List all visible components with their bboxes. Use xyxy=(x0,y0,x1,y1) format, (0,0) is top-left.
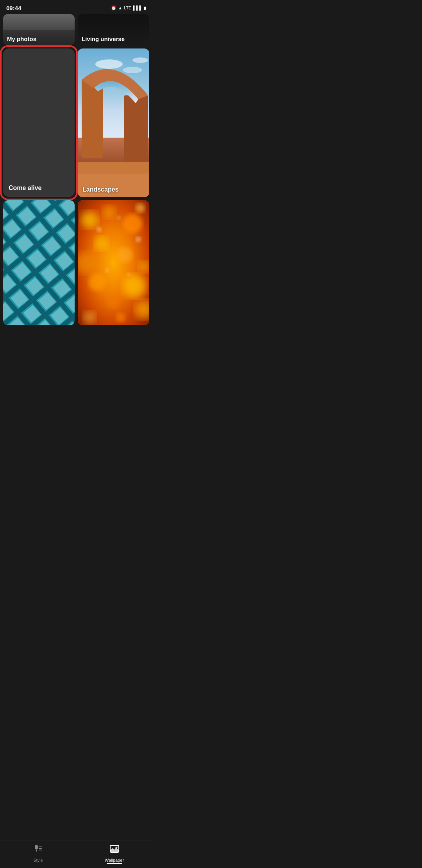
svg-point-20 xyxy=(132,57,148,63)
svg-point-38 xyxy=(136,237,141,242)
signal-icon: ▲ xyxy=(118,5,122,10)
come-alive-thumbnail xyxy=(3,48,75,197)
category-my-photos[interactable]: My photos xyxy=(3,14,75,45)
svg-point-35 xyxy=(116,313,125,322)
top-categories-row: My photos Living universe xyxy=(3,14,149,45)
svg-point-32 xyxy=(106,295,120,309)
bokeh-svg xyxy=(78,200,149,325)
svg-point-19 xyxy=(123,67,142,73)
svg-point-18 xyxy=(95,59,123,69)
svg-point-40 xyxy=(127,273,130,276)
svg-point-39 xyxy=(105,269,109,273)
svg-point-22 xyxy=(81,211,98,228)
svg-point-31 xyxy=(123,274,146,298)
battery-icon: ▮ xyxy=(144,5,146,11)
svg-point-34 xyxy=(83,311,96,324)
main-categories-grid: Come alive xyxy=(3,48,149,325)
category-living-universe[interactable]: Living universe xyxy=(78,14,149,45)
landscapes-thumbnail xyxy=(78,48,149,197)
status-icons: ⏰ ▲ LTE ▌▌▌ ▮ xyxy=(111,5,146,11)
svg-point-36 xyxy=(97,227,102,232)
svg-point-30 xyxy=(89,274,106,291)
status-time: 09:44 xyxy=(6,5,21,11)
signal-bars: ▌▌▌ xyxy=(133,5,142,10)
svg-point-23 xyxy=(103,206,115,218)
bottom-spacer xyxy=(3,328,149,360)
svg-point-26 xyxy=(136,203,145,213)
landscapes-label: Landscapes xyxy=(82,186,118,193)
svg-rect-15 xyxy=(124,95,148,166)
svg-point-24 xyxy=(123,214,142,233)
come-alive-label: Come alive xyxy=(9,185,41,192)
scroll-content: My photos Living universe xyxy=(0,14,152,360)
svg-rect-14 xyxy=(82,80,103,158)
right-column: Landscapes xyxy=(78,48,149,325)
architecture-thumbnail xyxy=(3,200,75,325)
lte-label: LTE xyxy=(124,5,131,10)
category-bokeh[interactable] xyxy=(78,200,149,325)
svg-rect-4 xyxy=(3,49,75,196)
category-come-alive[interactable]: Come alive xyxy=(3,48,75,197)
svg-point-37 xyxy=(117,216,121,220)
svg-point-28 xyxy=(117,247,132,263)
status-bar: 09:44 ⏰ ▲ LTE ▌▌▌ ▮ xyxy=(0,0,152,14)
living-universe-label: Living universe xyxy=(82,36,125,42)
my-photos-label: My photos xyxy=(7,36,36,42)
svg-point-25 xyxy=(94,236,108,250)
alarm-icon: ⏰ xyxy=(111,5,116,11)
bokeh-thumbnail xyxy=(78,200,149,325)
category-architecture[interactable] xyxy=(3,200,75,325)
svg-rect-17 xyxy=(78,174,149,197)
category-landscapes[interactable]: Landscapes xyxy=(78,48,149,197)
left-column: Come alive xyxy=(3,48,75,325)
